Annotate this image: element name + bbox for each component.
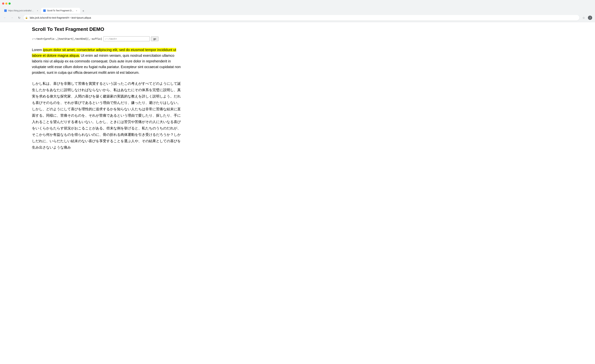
address-bar-container: 🔒 [23,15,579,21]
maximize-button[interactable] [8,2,11,5]
lorem-paragraph: Lorem ipsum dolor sit amet, consectetur … [32,47,181,75]
search-form: :~:text=[prefix-,]textStart[,textEnd][,-… [32,36,181,41]
close-button[interactable] [2,2,4,5]
title-bar [0,0,595,7]
tab-close-1[interactable]: × [36,9,39,12]
tab-1[interactable]: https://blog.jxck.io/drafts/scroll-... × [2,8,41,14]
page-content: Scroll To Text Fragment DEMO :~:text=[pr… [0,22,213,155]
syntax-label: :~:text=[prefix-,]textStart[,textEnd][,-… [32,37,102,40]
profile-icon: J [588,16,592,20]
tab-title-2: Scroll To Text Fragment DEMO [47,9,74,12]
tabs-bar: https://blog.jxck.io/drafts/scroll-... ×… [0,7,595,14]
refresh-button[interactable]: ↻ [16,15,22,21]
tab-2[interactable]: Scroll To Text Fragment DEMO × [41,8,80,14]
go-button[interactable]: go [151,36,158,41]
tab-favicon-1 [4,9,7,12]
address-bar[interactable] [23,15,579,21]
new-tab-button[interactable]: + [81,8,86,14]
traffic-lights [2,2,11,5]
nav-right-icons: ☆ J [581,15,593,21]
page-title: Scroll To Text Fragment DEMO [32,26,181,32]
bookmark-icon: ☆ [582,16,585,20]
tab-title-1: https://blog.jxck.io/drafts/scroll-... [8,9,35,12]
forward-icon: → [11,16,14,19]
lorem-before-highlight: Lorem [32,48,43,52]
tab-close-2[interactable]: × [75,9,78,12]
back-button[interactable]: ← [2,15,8,21]
nav-bar: ← → ↻ 🔒 ☆ J [0,14,595,22]
tab-favicon-2 [43,9,46,12]
japanese-paragraph: しかし私は、喜びを非難して苦痛を賞賛するという誤ったこの考えがすべてどのようにし… [32,80,181,150]
search-input[interactable] [104,36,149,41]
back-icon: ← [4,16,6,19]
refresh-icon: ↻ [18,16,20,20]
browser-chrome: https://blog.jxck.io/drafts/scroll-... ×… [0,0,595,22]
forward-button[interactable]: → [9,15,15,21]
lock-icon: 🔒 [25,16,28,19]
minimize-button[interactable] [5,2,7,5]
bookmark-button[interactable]: ☆ [581,15,587,21]
profile-button[interactable]: J [587,15,593,21]
